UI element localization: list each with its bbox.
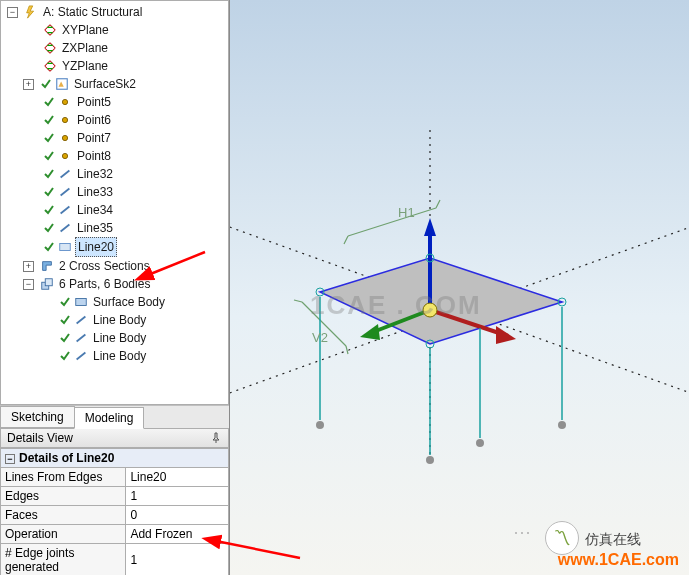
svg-marker-23 bbox=[360, 324, 380, 340]
svg-line-7 bbox=[61, 207, 70, 214]
detail-value[interactable]: 1 bbox=[126, 487, 229, 506]
svg-point-38 bbox=[558, 421, 566, 429]
tree-item-line20[interactable]: Line20 bbox=[75, 237, 117, 257]
point-icon bbox=[58, 95, 72, 109]
tree-tabs: Sketching Modeling bbox=[0, 405, 229, 428]
sketch-icon bbox=[55, 77, 69, 91]
parts-icon bbox=[40, 277, 54, 291]
check-icon bbox=[43, 186, 55, 198]
tree-item-plane[interactable]: ZXPlane bbox=[60, 39, 110, 57]
detail-key: # Edge joints generated bbox=[1, 544, 126, 576]
svg-marker-25 bbox=[496, 326, 516, 344]
line-icon bbox=[58, 203, 72, 217]
footer-brand: 仿真在线 bbox=[585, 531, 641, 549]
detail-key: Edges bbox=[1, 487, 126, 506]
details-header: Details of Line20 bbox=[19, 451, 114, 465]
line-body-icon bbox=[74, 331, 88, 345]
check-icon bbox=[59, 314, 71, 326]
tree-item-body[interactable]: Line Body bbox=[91, 311, 148, 329]
3d-viewport[interactable]: 1CAE . COM H1 V2 ⋯ 〽 仿真在线 www.1CAE.com bbox=[230, 0, 689, 575]
detail-key: Lines From Edges bbox=[1, 468, 126, 487]
decor-dots: ⋯ bbox=[513, 521, 535, 543]
footer-url: www.1CAE.com bbox=[558, 551, 679, 569]
tree-item-plane[interactable]: XYPlane bbox=[60, 21, 111, 39]
svg-point-4 bbox=[62, 153, 67, 158]
check-icon bbox=[59, 350, 71, 362]
check-icon bbox=[59, 332, 71, 344]
line-body-icon bbox=[74, 349, 88, 363]
tree-item-plane[interactable]: YZPlane bbox=[60, 57, 110, 75]
plane-icon bbox=[43, 41, 57, 55]
svg-marker-21 bbox=[424, 218, 436, 236]
model-tree[interactable]: − A: Static Structural XYPlane ZXPlane Y… bbox=[0, 0, 229, 405]
svg-point-3 bbox=[62, 135, 67, 140]
line-icon bbox=[58, 185, 72, 199]
details-view-header: Details View bbox=[0, 428, 229, 448]
collapse-toggle[interactable]: − bbox=[7, 7, 18, 18]
tree-item-line[interactable]: Line34 bbox=[75, 201, 115, 219]
dim-h1: H1 bbox=[398, 205, 415, 220]
cross-sections-label[interactable]: 2 Cross Sections bbox=[57, 257, 152, 275]
cross-section-icon bbox=[40, 259, 54, 273]
svg-point-2 bbox=[62, 117, 67, 122]
svg-line-14 bbox=[77, 335, 86, 342]
tab-modeling[interactable]: Modeling bbox=[74, 407, 145, 429]
tree-item-line[interactable]: Line32 bbox=[75, 165, 115, 183]
tree-item-body[interactable]: Line Body bbox=[91, 347, 148, 365]
svg-rect-12 bbox=[76, 299, 87, 306]
expand-toggle[interactable]: + bbox=[23, 79, 34, 90]
svg-line-8 bbox=[61, 225, 70, 232]
tree-item-point[interactable]: Point7 bbox=[75, 129, 113, 147]
check-icon bbox=[43, 204, 55, 216]
tree-item-body[interactable]: Line Body bbox=[91, 329, 148, 347]
tree-item-line[interactable]: Line33 bbox=[75, 183, 115, 201]
details-view[interactable]: −Details of Line20 Lines From Edges Line… bbox=[0, 448, 229, 575]
detail-value[interactable]: Line20 bbox=[126, 468, 229, 487]
parts-bodies-label[interactable]: 6 Parts, 6 Bodies bbox=[57, 275, 152, 293]
line-icon bbox=[58, 167, 72, 181]
check-icon bbox=[43, 168, 55, 180]
tree-item-point[interactable]: Point6 bbox=[75, 111, 113, 129]
watermark: 1CAE . COM bbox=[310, 290, 482, 321]
svg-rect-11 bbox=[45, 279, 52, 286]
line-body-icon bbox=[58, 240, 72, 254]
svg-rect-9 bbox=[60, 244, 71, 251]
tree-item-point[interactable]: Point5 bbox=[75, 93, 113, 111]
tree-item-body[interactable]: Surface Body bbox=[91, 293, 167, 311]
detail-value[interactable]: 1 bbox=[126, 544, 229, 576]
detail-key: Operation bbox=[1, 525, 126, 544]
surface-body-icon bbox=[74, 295, 88, 309]
tree-item-line[interactable]: Line35 bbox=[75, 219, 115, 237]
line-icon bbox=[58, 221, 72, 235]
brand-logo: 〽 bbox=[545, 521, 579, 555]
svg-line-5 bbox=[61, 171, 70, 178]
check-icon bbox=[43, 241, 55, 253]
pin-icon[interactable] bbox=[210, 432, 222, 444]
check-icon bbox=[43, 96, 55, 108]
surface-sketch-label[interactable]: SurfaceSk2 bbox=[72, 75, 138, 93]
point-icon bbox=[58, 149, 72, 163]
point-icon bbox=[58, 131, 72, 145]
svg-point-32 bbox=[316, 421, 324, 429]
tree-item-point[interactable]: Point8 bbox=[75, 147, 113, 165]
detail-value[interactable]: 0 bbox=[126, 506, 229, 525]
expand-toggle[interactable]: + bbox=[23, 261, 34, 272]
plane-icon bbox=[43, 23, 57, 37]
svg-point-36 bbox=[476, 439, 484, 447]
check-icon bbox=[40, 78, 52, 90]
check-icon bbox=[43, 150, 55, 162]
lightning-icon bbox=[24, 5, 38, 19]
dim-v2: V2 bbox=[312, 330, 328, 345]
viewport-scene bbox=[230, 0, 689, 575]
svg-line-15 bbox=[77, 353, 86, 360]
tab-sketching[interactable]: Sketching bbox=[0, 406, 75, 428]
collapse-toggle[interactable]: − bbox=[23, 279, 34, 290]
check-icon bbox=[59, 296, 71, 308]
detail-value[interactable]: Add Frozen bbox=[126, 525, 229, 544]
point-icon bbox=[58, 113, 72, 127]
svg-line-13 bbox=[77, 317, 86, 324]
check-icon bbox=[43, 114, 55, 126]
svg-line-6 bbox=[61, 189, 70, 196]
check-icon bbox=[43, 132, 55, 144]
root-label[interactable]: A: Static Structural bbox=[41, 3, 144, 21]
